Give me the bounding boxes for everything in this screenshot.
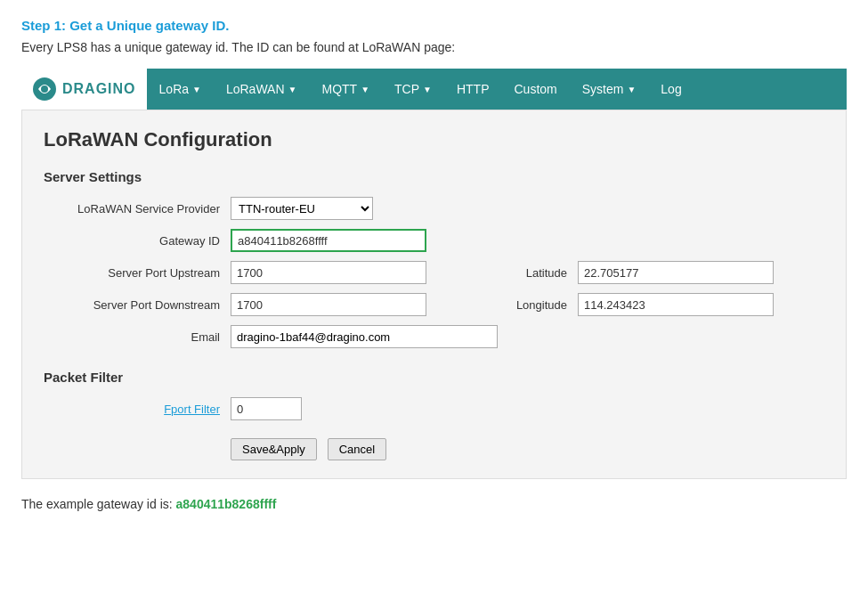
latitude-col: Latitude	[498, 261, 774, 284]
mqtt-caret-icon: ▼	[361, 85, 369, 94]
server-port-upstream-input[interactable]	[231, 261, 426, 284]
server-port-downstream-input[interactable]	[231, 293, 426, 316]
nav-menu: LoRa ▼ LoRaWAN ▼ MQTT ▼ TCP ▼ HTTP Custo…	[147, 69, 694, 110]
gateway-id-example: a840411b8268ffff	[176, 497, 277, 511]
longitude-label: Longitude	[498, 298, 578, 312]
nav-item-log[interactable]: Log	[648, 69, 694, 110]
upstream-col: Server Port Upstream	[44, 261, 426, 284]
service-provider-select[interactable]: TTN-router-EU	[231, 197, 373, 220]
latitude-input[interactable]	[578, 261, 774, 284]
navbar: DRAGINO LoRa ▼ LoRaWAN ▼ MQTT ▼ TCP ▼ HT…	[21, 69, 847, 110]
eport-filter-row: Fport Filter	[44, 397, 824, 420]
lorawan-caret-icon: ▼	[288, 85, 297, 94]
longitude-col: Longitude	[498, 293, 774, 316]
email-row: Email	[44, 325, 824, 348]
nav-item-lora[interactable]: LoRa ▼	[147, 69, 214, 110]
nav-item-tcp[interactable]: TCP ▼	[382, 69, 444, 110]
nav-item-http[interactable]: HTTP	[444, 69, 502, 110]
service-provider-row: LoRaWAN Service Provider TTN-router-EU	[44, 197, 824, 220]
lora-caret-icon: ▼	[192, 85, 201, 94]
packet-filter-title: Packet Filter	[44, 370, 824, 385]
service-provider-label: LoRaWAN Service Provider	[44, 202, 231, 216]
step-description: Every LPS8 has a unique gateway id. The …	[21, 40, 847, 54]
dragino-logo-icon	[32, 77, 57, 102]
system-caret-icon: ▼	[627, 85, 636, 94]
cancel-button[interactable]: Cancel	[328, 438, 386, 460]
gateway-id-input[interactable]	[231, 229, 426, 252]
server-port-upstream-label: Server Port Upstream	[44, 266, 231, 280]
save-apply-button[interactable]: Save&Apply	[231, 438, 317, 460]
nav-item-system[interactable]: System ▼	[570, 69, 649, 110]
page-title: LoRaWAN Configuration	[44, 128, 824, 151]
gateway-id-row: Gateway ID	[44, 229, 824, 252]
server-settings-section: Server Settings LoRaWAN Service Provider…	[44, 169, 824, 348]
eport-filter-link[interactable]: Fport Filter	[164, 403, 220, 416]
main-content: LoRaWAN Configuration Server Settings Lo…	[21, 110, 847, 479]
nav-item-mqtt[interactable]: MQTT ▼	[309, 69, 382, 110]
nav-item-custom[interactable]: Custom	[502, 69, 570, 110]
gateway-id-label: Gateway ID	[44, 234, 231, 248]
server-settings-title: Server Settings	[44, 169, 824, 184]
eport-filter-label: Fport Filter	[44, 403, 231, 416]
step-heading: Step 1: Get a Unique gateway ID.	[21, 18, 847, 33]
eport-filter-input[interactable]	[231, 397, 302, 420]
packet-filter-section: Packet Filter Fport Filter	[44, 370, 824, 420]
tcp-caret-icon: ▼	[423, 85, 432, 94]
nav-item-lorawan[interactable]: LoRaWAN ▼	[214, 69, 310, 110]
upstream-latitude-row: Server Port Upstream Latitude	[44, 261, 824, 284]
email-input[interactable]	[231, 325, 498, 348]
downstream-longitude-row: Server Port Downstream Longitude	[44, 293, 824, 316]
email-label: Email	[44, 330, 231, 344]
latitude-label: Latitude	[498, 266, 578, 280]
button-row: Save&Apply Cancel	[231, 438, 824, 460]
downstream-col: Server Port Downstream	[44, 293, 426, 316]
brand-text: DRAGINO	[62, 81, 136, 97]
server-port-downstream-label: Server Port Downstream	[44, 298, 231, 312]
longitude-input[interactable]	[578, 293, 774, 316]
svg-point-1	[41, 85, 48, 93]
footer-note: The example gateway id is: a840411b8268f…	[21, 497, 847, 511]
navbar-brand[interactable]: DRAGINO	[21, 69, 147, 110]
